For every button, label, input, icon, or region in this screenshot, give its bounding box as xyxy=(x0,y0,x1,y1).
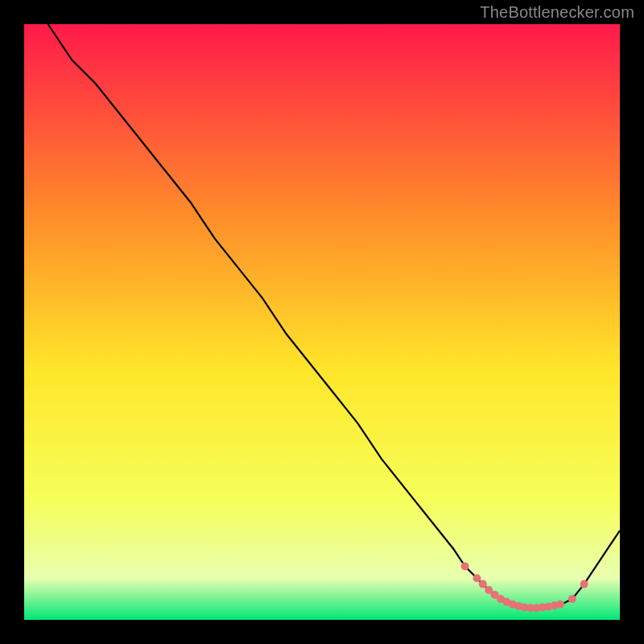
highlight-dot xyxy=(556,601,564,609)
highlight-dot xyxy=(479,580,487,588)
chart-frame: TheBottlenecker.com xyxy=(0,0,644,644)
watermark-text: TheBottlenecker.com xyxy=(480,3,634,22)
gradient-background xyxy=(24,24,620,620)
bottleneck-chart-svg xyxy=(24,24,620,620)
highlight-dot xyxy=(461,562,469,570)
highlight-dot xyxy=(580,580,588,588)
highlight-dot xyxy=(473,574,481,582)
highlight-dot xyxy=(568,595,576,603)
plot-area xyxy=(24,24,620,620)
